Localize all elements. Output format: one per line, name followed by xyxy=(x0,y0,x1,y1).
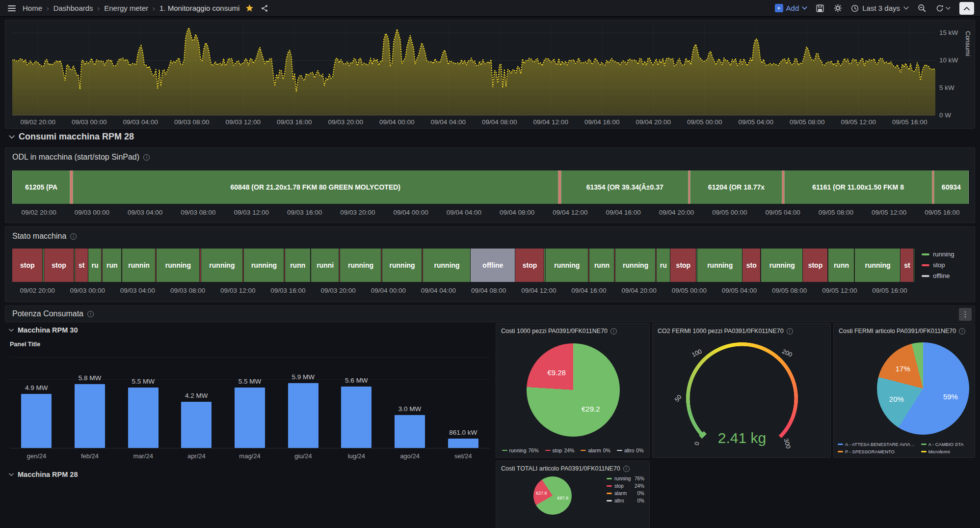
panel-title[interactable]: ODL in macchina (start/stop SinPad) xyxy=(12,153,139,162)
timeline-segment[interactable]: runn xyxy=(589,249,615,282)
costi-totali-pie-chart[interactable]: €27.8€87.8 xyxy=(533,476,572,515)
timeline-segment[interactable]: running xyxy=(761,249,803,282)
refresh-button[interactable] xyxy=(935,3,952,13)
timeline-segment[interactable]: sto xyxy=(742,249,761,282)
timeline-segment[interactable]: running xyxy=(201,249,243,282)
info-icon[interactable] xyxy=(959,328,965,334)
timeline-segment[interactable]: running xyxy=(546,249,589,282)
bar-group-giu/24[interactable]: 5.9 MWgiu/24 xyxy=(276,351,330,448)
info-icon[interactable] xyxy=(623,466,630,472)
legend-item-alarm[interactable]: alarm0% xyxy=(607,491,644,496)
timeline-segment[interactable]: stop xyxy=(803,249,827,282)
share-icon[interactable] xyxy=(260,3,269,13)
panel-title[interactable]: Panel Title xyxy=(5,337,494,348)
legend-item-running[interactable]: running76% xyxy=(607,476,644,481)
timeline-segment[interactable]: running xyxy=(423,249,470,282)
add-button[interactable]: + Add xyxy=(775,4,808,12)
costi-pie-chart[interactable]: €9.28€29.2 xyxy=(527,343,620,437)
info-icon[interactable] xyxy=(610,328,617,334)
info-icon[interactable] xyxy=(87,311,94,317)
timeline-segment[interactable]: stop xyxy=(515,249,544,282)
save-dashboard-button[interactable] xyxy=(815,3,825,13)
timeline-segment[interactable]: 60934 xyxy=(934,170,969,204)
bar[interactable] xyxy=(341,387,371,448)
timeline-segment[interactable]: running xyxy=(855,249,900,282)
panel-title[interactable]: Costi 1000 pezzi PA0391/0FK011NE70 xyxy=(501,328,608,334)
legend-item-offline[interactable]: offline xyxy=(922,272,954,279)
panel-menu-kebab-icon[interactable]: ⋮ xyxy=(959,308,972,321)
bar-group-gen/24[interactable]: 4.9 MWgen/24 xyxy=(10,351,63,448)
bar-group-ago/24[interactable]: 3.0 MWago/24 xyxy=(383,351,437,448)
bar[interactable] xyxy=(181,402,212,448)
bar[interactable] xyxy=(235,388,265,448)
bar-group-apr/24[interactable]: 4.2 MWapr/24 xyxy=(170,351,223,448)
timeline-segment[interactable]: st xyxy=(901,249,914,282)
timeline-segment[interactable]: 61161 (OR 11.00x1.50 FKM 8 xyxy=(784,170,932,204)
timeline-segment[interactable]: 60848 (OR 21.20x1.78 FKM 80 GREEN MOLYCO… xyxy=(73,170,558,204)
timeline-segment[interactable]: st xyxy=(75,249,88,282)
legend-item-a-cambio-sta[interactable]: A - CAMBIO STA xyxy=(921,442,973,447)
legend-item-microfermi[interactable]: Microfermi xyxy=(921,449,973,454)
menu-toggle-button[interactable] xyxy=(6,3,18,13)
timeline-segment[interactable]: runni xyxy=(311,249,339,282)
bar[interactable] xyxy=(128,388,159,448)
legend-item-stop[interactable]: stop xyxy=(922,261,954,269)
info-icon[interactable] xyxy=(787,328,793,334)
breadcrumb-energy-meter[interactable]: Energy meter xyxy=(104,4,148,12)
breadcrumb-current-dashboard[interactable]: 1. Monitoraggio consumi xyxy=(159,4,239,12)
timeline-segment[interactable]: runnin xyxy=(122,249,155,282)
bar-group-mag/24[interactable]: 5.5 MWmag/24 xyxy=(223,351,277,448)
timeline-segment[interactable]: runn xyxy=(828,249,854,282)
bar[interactable] xyxy=(448,439,478,448)
timeline-segment[interactable]: runn xyxy=(285,249,311,282)
breadcrumb-dashboards[interactable]: Dashboards xyxy=(53,4,93,12)
legend-item-altro[interactable]: altro0% xyxy=(607,498,644,503)
timeline-segment[interactable]: stop xyxy=(44,249,74,282)
timeline-segment[interactable]: running xyxy=(157,249,200,282)
timeline-segment[interactable] xyxy=(914,249,915,282)
zoom-out-button[interactable] xyxy=(917,3,927,13)
timeline-segment[interactable]: stop xyxy=(670,249,696,282)
row-consumi-macchina-rpm28[interactable]: Consumi macchina RPM 28 xyxy=(9,132,134,142)
legend-item-a-attesa-benestare-avvio-produzione-ip[interactable]: A - ATTESA BENESTARE AVVIO PRODUZIONE IP xyxy=(838,442,918,447)
bar[interactable] xyxy=(21,394,52,448)
timeline-segment[interactable]: 61205 (PA xyxy=(12,170,70,204)
timeline-segment[interactable]: running xyxy=(382,249,423,282)
timeline-segment[interactable]: ru xyxy=(88,249,102,282)
bar-group-set/24[interactable]: 861.0 kWset/24 xyxy=(436,351,490,448)
legend-item-running[interactable]: running76% xyxy=(502,447,539,453)
bar[interactable] xyxy=(75,384,105,448)
timeline-segment[interactable]: 61204 (OR 18.77x xyxy=(690,170,782,204)
bar-group-mar/24[interactable]: 5.5 MWmar/24 xyxy=(116,351,170,448)
breadcrumb-home[interactable]: Home xyxy=(23,4,42,12)
timeseries-plot[interactable] xyxy=(12,24,935,115)
panel-title[interactable]: Costi TOTALI articolo PA0391/0FK011NE70 xyxy=(501,465,620,472)
legend-item-altro[interactable]: altro0% xyxy=(617,447,644,453)
consumi-timeseries-panel[interactable]: 15 kW10 kW5 kW0 W Consumi 09/02 20:0009/… xyxy=(5,20,975,129)
timeline-segment[interactable]: running xyxy=(615,249,656,282)
panel-title[interactable]: Potenza Consumata xyxy=(12,309,83,318)
timeline-segment[interactable]: running xyxy=(340,249,382,282)
row-macchina-rpm28[interactable]: Macchina RPM 28 xyxy=(9,471,78,478)
bar[interactable] xyxy=(395,415,425,448)
timeline-segment[interactable]: offline xyxy=(471,249,515,282)
panel-title[interactable]: Costi FERMI articolo PA0391/0FK011NE70 xyxy=(839,328,956,334)
dashboard-settings-button[interactable] xyxy=(833,3,843,13)
scroll-top-button[interactable] xyxy=(959,2,974,15)
bar-chart[interactable]: 4.9 MWgen/245.8 MWfeb/245.5 MWmar/244.2 … xyxy=(10,351,490,448)
timeline-segment[interactable]: 61354 (OR 39.34(Â±0.37 xyxy=(561,170,689,204)
legend-item-stop[interactable]: stop24% xyxy=(545,447,575,453)
time-range-picker[interactable]: Last 3 days xyxy=(851,4,909,12)
bar-group-feb/24[interactable]: 5.8 MWfeb/24 xyxy=(63,351,117,448)
info-icon[interactable] xyxy=(143,154,150,161)
panel-title[interactable]: CO2 FERMI 1000 pezzi PA0391/0FK011NE70 xyxy=(658,328,784,334)
odl-timeline[interactable]: 61205 (PA60848 (OR 21.20x1.78 FKM 80 GRE… xyxy=(12,170,969,204)
legend-item-running[interactable]: running xyxy=(922,250,954,258)
stato-timeline[interactable]: stopstopstrurunrunninrunningrunningrunni… xyxy=(12,249,915,282)
favorite-star-icon[interactable] xyxy=(244,3,255,13)
legend-item-p-spessoramento[interactable]: P - SPESSORAMENTO xyxy=(838,449,918,454)
bar[interactable] xyxy=(288,383,318,448)
legend-item-stop[interactable]: stop24% xyxy=(607,483,644,489)
legend-item-alarm[interactable]: alarm0% xyxy=(581,447,610,453)
timeline-segment[interactable]: running xyxy=(244,249,285,282)
